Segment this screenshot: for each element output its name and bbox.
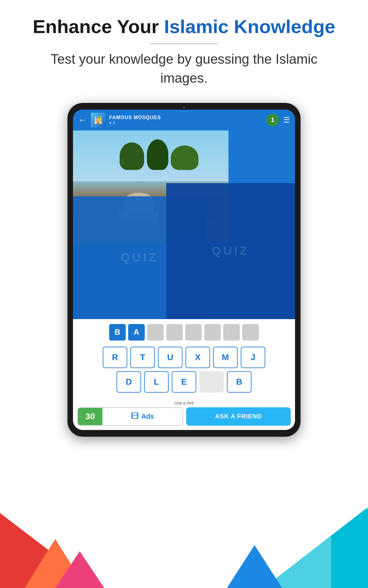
back-button[interactable]: ← [78, 115, 86, 125]
key-E[interactable]: E [172, 371, 196, 393]
tablet-wrapper: ← 🕌 FAMOUS MOSQUES # 2 1 ☰ [0, 103, 368, 437]
menu-icon[interactable]: ☰ [283, 116, 290, 124]
score-badge: 1 [266, 114, 279, 126]
key-empty [199, 371, 224, 393]
quiz-watermark-right: QUIZ [212, 244, 250, 258]
header-section: Enhance Your Islamic Knowledge Test your… [0, 0, 368, 94]
action-row: Use a hint 30 🎞 Ads ASK A FRIEND [73, 398, 295, 430]
ask-friend-button[interactable]: ASK A FRIEND [186, 407, 291, 426]
tablet-screen: ← 🕌 FAMOUS MOSQUES # 2 1 ☰ [73, 110, 295, 430]
answer-tile-3[interactable] [166, 324, 183, 341]
key-D[interactable]: D [117, 371, 141, 393]
answer-tile-4[interactable] [185, 324, 202, 341]
hint-count: 30 [78, 408, 102, 425]
hint-button-group[interactable]: 30 🎞 Ads [77, 407, 183, 426]
keyboard-row-1: R T U X M J [77, 347, 291, 368]
key-U[interactable]: U [158, 347, 182, 368]
header-right-controls: 1 ☰ [266, 114, 290, 126]
blue-overlay-right: QUIZ [166, 183, 295, 319]
title-plain: Enhance Your [33, 16, 164, 37]
answer-tile-1[interactable]: A [128, 324, 145, 341]
key-T[interactable]: T [130, 347, 155, 368]
key-R[interactable]: R [103, 347, 127, 368]
hint-ads-button[interactable]: 🎞 Ads [102, 408, 182, 425]
answer-tile-6[interactable] [223, 324, 240, 341]
key-X[interactable]: X [186, 347, 210, 368]
app-header-bar: ← 🕌 FAMOUS MOSQUES # 2 1 ☰ [73, 110, 295, 130]
app-header-title: FAMOUS MOSQUES # 2 [109, 115, 266, 125]
keyboard-section: R T U X M J D L E B [73, 347, 295, 398]
page-title: Enhance Your Islamic Knowledge [31, 15, 337, 38]
quiz-image-area: QUIZ QUIZ [73, 130, 295, 319]
answer-tile-5[interactable] [204, 324, 221, 341]
action-buttons: 30 🎞 Ads ASK A FRIEND [77, 407, 291, 426]
use-hint-label: Use a hint [77, 401, 291, 405]
category-thumbnail: 🕌 [91, 113, 105, 127]
answer-tile-7[interactable] [242, 324, 259, 341]
answer-tile-2[interactable] [147, 324, 164, 341]
keyboard-row-2: D L E B [77, 371, 291, 393]
film-icon: 🎞 [131, 412, 139, 421]
tablet-device: ← 🕌 FAMOUS MOSQUES # 2 1 ☰ [67, 103, 301, 437]
poly-blue-right [227, 545, 282, 588]
header-subtitle: Test your knowledge by guessing the Isla… [31, 50, 337, 87]
question-number: # 2 [109, 120, 266, 125]
key-L[interactable]: L [144, 371, 169, 393]
category-name: FAMOUS MOSQUES [109, 115, 266, 120]
divider [150, 43, 218, 44]
ads-label: Ads [141, 413, 154, 420]
thumb-image: 🕌 [91, 113, 105, 127]
title-blue: Islamic Knowledge [164, 16, 335, 37]
key-B[interactable]: B [227, 371, 251, 393]
bottom-decoration [0, 508, 368, 588]
answer-section: B A [73, 319, 295, 347]
key-M[interactable]: M [213, 347, 238, 368]
answer-tile-0[interactable]: B [109, 324, 126, 341]
answer-tiles: B A [79, 324, 289, 341]
key-J[interactable]: J [241, 347, 265, 368]
quiz-watermark-left: QUIZ [121, 251, 159, 264]
